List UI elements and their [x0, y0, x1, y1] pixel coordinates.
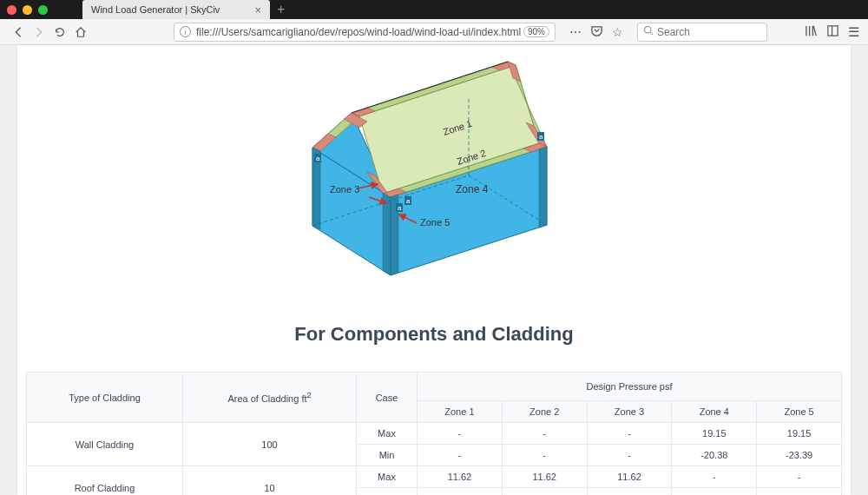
svg-point-0: [645, 27, 652, 34]
svg-text:a: a: [398, 204, 402, 212]
close-window[interactable]: [7, 5, 16, 15]
th-zone4: Zone 4: [672, 401, 757, 423]
library-icon[interactable]: [805, 24, 818, 40]
th-zone5: Zone 5: [757, 401, 842, 423]
svg-text:a: a: [539, 133, 543, 141]
svg-marker-22: [383, 193, 391, 275]
minimize-window[interactable]: [23, 5, 32, 15]
search-icon: [643, 25, 654, 38]
bookmark-star-icon[interactable]: ☆: [612, 25, 623, 39]
zone3-label: Zone 3: [330, 184, 359, 195]
back-button[interactable]: [9, 23, 28, 42]
tab-title: Wind Load Generator | SkyCiv: [91, 4, 220, 15]
toolbar-right: ☰: [805, 24, 859, 40]
window-titlebar: Wind Load Generator | SkyCiv × +: [0, 0, 868, 19]
svg-text:a: a: [316, 155, 320, 162]
site-info-icon[interactable]: i: [180, 26, 191, 37]
th-area: Area of Cladding ft2: [183, 373, 357, 423]
browser-tab[interactable]: Wind Load Generator | SkyCiv ×: [82, 0, 270, 19]
maximize-window[interactable]: [38, 5, 48, 15]
new-tab-button[interactable]: +: [270, 0, 292, 19]
page-actions: ⋯ ☆: [569, 24, 623, 40]
more-dots-icon[interactable]: ⋯: [569, 25, 582, 39]
table-row: Wall Cladding 100 Max - - - 19.15 19.15: [27, 423, 842, 445]
building-diagram: Zone 1 Zone 2 Zone 3 Zone 4 Zone 5 a a a…: [304, 54, 564, 280]
address-bar[interactable]: i file:///Users/samcarigliano/dev/repos/…: [174, 23, 556, 42]
reload-button[interactable]: [50, 23, 69, 42]
svg-rect-1: [828, 25, 838, 35]
svg-text:a: a: [406, 197, 411, 205]
pocket-icon[interactable]: [590, 24, 603, 40]
tab-strip: Wind Load Generator | SkyCiv × +: [82, 0, 292, 19]
th-zone2: Zone 2: [502, 401, 587, 423]
url-text: file:///Users/samcarigliano/dev/repos/wi…: [196, 26, 521, 38]
cladding-table: Type of Cladding Area of Cladding ft2 Ca…: [26, 372, 842, 495]
section-heading: For Components and Cladding: [17, 323, 851, 346]
close-tab-icon[interactable]: ×: [254, 3, 261, 16]
forward-button[interactable]: [30, 23, 49, 42]
zoom-badge[interactable]: 90%: [523, 26, 549, 37]
search-input[interactable]: [657, 26, 761, 38]
traffic-lights: [7, 5, 48, 15]
th-zone3: Zone 3: [587, 401, 672, 423]
zone4-label: Zone 4: [456, 183, 489, 195]
diagram-wrap: Zone 1 Zone 2 Zone 3 Zone 4 Zone 5 a a a…: [17, 45, 851, 280]
th-case: Case: [357, 373, 418, 423]
browser-toolbar: i file:///Users/samcarigliano/dev/repos/…: [0, 19, 868, 45]
nav-buttons: [9, 23, 90, 42]
th-zone1: Zone 1: [418, 401, 503, 423]
search-bar[interactable]: [637, 23, 767, 42]
th-type: Type of Cladding: [27, 373, 183, 423]
table-row: Roof Cladding 10 Max 11.62 11.62 11.62 -…: [27, 466, 842, 488]
sidebar-icon[interactable]: [826, 24, 839, 40]
home-button[interactable]: [71, 23, 90, 42]
page-content: Zone 1 Zone 2 Zone 3 Zone 4 Zone 5 a a a…: [17, 45, 851, 495]
svg-marker-24: [539, 147, 547, 228]
menu-icon[interactable]: ☰: [848, 24, 859, 40]
zone5-label: Zone 5: [420, 217, 450, 228]
th-design-pressure: Design Pressure psf: [418, 373, 842, 401]
